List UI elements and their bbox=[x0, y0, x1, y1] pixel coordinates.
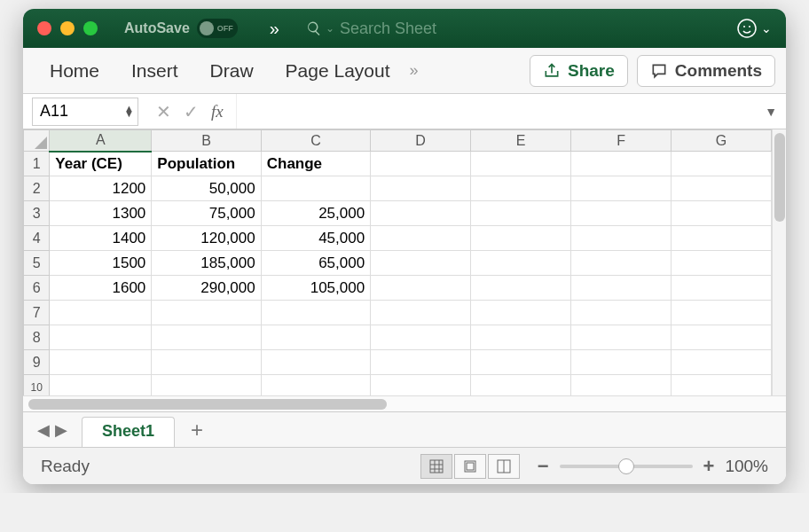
col-header-B[interactable]: B bbox=[152, 130, 261, 152]
ribbon-tab-draw[interactable]: Draw bbox=[194, 60, 270, 82]
prev-sheet-icon[interactable]: ◀ bbox=[37, 420, 50, 440]
cell[interactable]: 1400 bbox=[50, 226, 152, 251]
page-break-view-button[interactable] bbox=[488, 454, 520, 479]
cell[interactable]: 75,000 bbox=[152, 201, 261, 226]
cell[interactable]: 1600 bbox=[50, 276, 152, 301]
share-button[interactable]: Share bbox=[530, 55, 628, 87]
zoom-window-button[interactable] bbox=[83, 21, 98, 35]
cell[interactable]: 25,000 bbox=[261, 201, 370, 226]
row-header[interactable]: 1 bbox=[24, 152, 50, 176]
row-header[interactable]: 3 bbox=[24, 201, 50, 226]
cell[interactable]: 50,000 bbox=[152, 176, 261, 201]
svg-point-2 bbox=[749, 26, 750, 27]
cell[interactable]: 1200 bbox=[50, 176, 152, 201]
col-header-C[interactable]: C bbox=[261, 130, 370, 152]
formula-expand-icon[interactable]: ▼ bbox=[756, 105, 786, 119]
svg-rect-3 bbox=[430, 460, 443, 473]
row-header[interactable]: 10 bbox=[24, 375, 50, 396]
cell[interactable] bbox=[261, 176, 370, 201]
add-sheet-button[interactable]: + bbox=[175, 418, 219, 442]
cell[interactable]: 290,000 bbox=[152, 276, 261, 301]
cell[interactable]: 45,000 bbox=[261, 226, 370, 251]
row-1: 1 Year (CE) Population Change bbox=[24, 152, 772, 176]
name-box[interactable]: A11 ▲▼ bbox=[32, 98, 138, 126]
row-4: 4 1400 120,000 45,000 bbox=[24, 226, 772, 251]
row-header[interactable]: 4 bbox=[24, 226, 50, 251]
next-sheet-icon[interactable]: ▶ bbox=[55, 420, 67, 440]
horizontal-scrollbar[interactable] bbox=[23, 395, 786, 411]
share-icon bbox=[543, 62, 561, 80]
ribbon: Home Insert Draw Page Layout » Share Com… bbox=[23, 48, 786, 94]
cell[interactable]: 1500 bbox=[50, 251, 152, 276]
vertical-scrollbar[interactable] bbox=[772, 129, 786, 395]
sheet-tab[interactable]: Sheet1 bbox=[82, 417, 175, 447]
col-header-G[interactable]: G bbox=[672, 130, 772, 152]
cancel-formula-icon[interactable]: ✕ bbox=[156, 101, 171, 122]
feedback-button[interactable]: ⌄ bbox=[736, 18, 772, 39]
select-all-corner[interactable] bbox=[24, 130, 50, 152]
row-header[interactable]: 7 bbox=[24, 301, 50, 325]
chevron-down-icon: ⌄ bbox=[761, 21, 772, 35]
cell[interactable]: Change bbox=[261, 152, 370, 176]
zoom-level[interactable]: 100% bbox=[725, 457, 768, 476]
grid-icon bbox=[429, 459, 444, 473]
zoom-thumb[interactable] bbox=[618, 458, 634, 474]
row-header[interactable]: 2 bbox=[24, 176, 50, 201]
search-box[interactable]: ⌄ Search Sheet bbox=[306, 20, 736, 38]
row-5: 5 1500 185,000 65,000 bbox=[24, 251, 772, 276]
cell[interactable]: 120,000 bbox=[152, 226, 261, 251]
col-header-F[interactable]: F bbox=[571, 130, 672, 152]
cell[interactable] bbox=[471, 152, 571, 176]
break-icon bbox=[497, 459, 511, 473]
cell[interactable]: Population bbox=[152, 152, 261, 176]
scroll-thumb[interactable] bbox=[28, 399, 387, 410]
window-controls bbox=[37, 21, 98, 35]
row-header[interactable]: 9 bbox=[24, 350, 50, 375]
ribbon-tab-insert[interactable]: Insert bbox=[115, 60, 194, 82]
cell[interactable] bbox=[371, 152, 471, 176]
cell[interactable] bbox=[571, 152, 672, 176]
col-header-E[interactable]: E bbox=[471, 130, 571, 152]
close-window-button[interactable] bbox=[37, 21, 51, 35]
spreadsheet-grid[interactable]: A B C D E F G 1 Year (CE) Population Cha… bbox=[23, 129, 772, 395]
svg-point-1 bbox=[743, 26, 745, 27]
search-placeholder: Search Sheet bbox=[340, 20, 436, 38]
accept-formula-icon[interactable]: ✓ bbox=[184, 101, 199, 122]
search-chevron-icon: ⌄ bbox=[326, 22, 334, 35]
scroll-thumb[interactable] bbox=[774, 133, 785, 222]
minimize-window-button[interactable] bbox=[60, 21, 75, 35]
smiley-icon bbox=[736, 18, 758, 39]
zoom-slider[interactable] bbox=[560, 465, 693, 468]
ribbon-more-icon[interactable]: » bbox=[410, 61, 419, 80]
formula-bar[interactable] bbox=[236, 94, 756, 129]
normal-view-button[interactable] bbox=[420, 454, 452, 479]
row-header[interactable]: 8 bbox=[24, 325, 50, 350]
cell[interactable] bbox=[672, 152, 772, 176]
col-header-D[interactable]: D bbox=[371, 130, 471, 152]
cell[interactable]: 1300 bbox=[50, 201, 152, 226]
svg-point-0 bbox=[738, 20, 756, 37]
row-2: 2 1200 50,000 bbox=[24, 176, 772, 201]
overflow-icon[interactable]: » bbox=[270, 19, 279, 39]
autosave-state: OFF bbox=[217, 24, 233, 33]
name-box-spinner[interactable]: ▲▼ bbox=[124, 106, 134, 116]
zoom-in-button[interactable]: + bbox=[703, 455, 715, 478]
autosave-toggle[interactable]: AutoSave OFF bbox=[124, 19, 238, 38]
app-window: AutoSave OFF » ⌄ Search Sheet ⌄ Home Ins… bbox=[23, 9, 786, 484]
toggle-switch[interactable]: OFF bbox=[197, 19, 238, 38]
ribbon-tab-home[interactable]: Home bbox=[34, 60, 115, 82]
search-icon bbox=[306, 20, 322, 36]
row-header[interactable]: 6 bbox=[24, 276, 50, 301]
ribbon-tab-page-layout[interactable]: Page Layout bbox=[270, 60, 406, 82]
comments-button[interactable]: Comments bbox=[637, 55, 775, 87]
cell[interactable]: 185,000 bbox=[152, 251, 261, 276]
fx-label[interactable]: fx bbox=[211, 102, 224, 121]
row-header[interactable]: 5 bbox=[24, 251, 50, 276]
column-headers: A B C D E F G bbox=[24, 130, 772, 152]
cell[interactable]: Year (CE) bbox=[50, 152, 152, 176]
cell[interactable]: 65,000 bbox=[261, 251, 370, 276]
col-header-A[interactable]: A bbox=[50, 130, 152, 152]
zoom-out-button[interactable]: − bbox=[538, 455, 549, 478]
cell[interactable]: 105,000 bbox=[261, 276, 370, 301]
page-layout-view-button[interactable] bbox=[454, 454, 486, 479]
